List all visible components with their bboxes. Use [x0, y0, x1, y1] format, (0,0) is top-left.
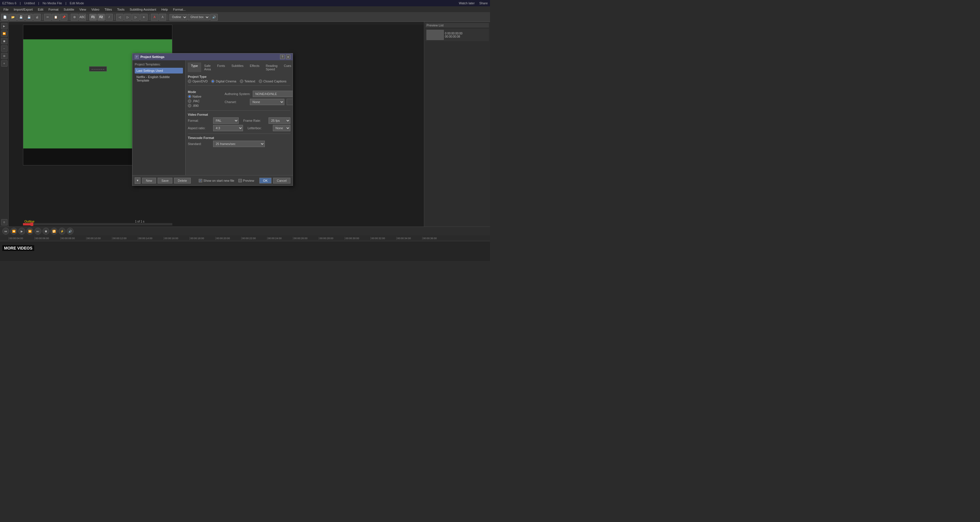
toolbar-sep2 [69, 14, 69, 20]
menu-file[interactable]: File [1, 7, 11, 12]
format-select[interactable]: PAL NTSC HD 720p HD 1080i HD 1080p [213, 117, 239, 124]
radio-890-circle [188, 104, 191, 107]
transport-vol[interactable]: 🔊 [67, 228, 73, 235]
transport-loop[interactable]: 🔁 [51, 228, 57, 235]
radio-teletext[interactable]: Teletext [240, 79, 255, 83]
menu-import-export[interactable]: Import/Export [11, 7, 35, 12]
mark-7: 00:00:18:00 [189, 237, 215, 240]
menu-format[interactable]: Format [46, 7, 61, 12]
tool-settings[interactable]: ⚙ [71, 14, 78, 21]
zoom-value: 0 [1, 219, 8, 225]
transport-prev[interactable]: ⏮ [2, 228, 9, 235]
timecode-select[interactable]: 25 frames/sec 29.97 Drop Frame 30 frames… [213, 141, 265, 147]
radio-digital-cinema[interactable]: Digital Cinema [211, 79, 236, 83]
tab-subtitles[interactable]: Subtitles [228, 63, 247, 72]
menu-tools[interactable]: Tools [115, 7, 127, 12]
menu-edit[interactable]: Edit [36, 7, 46, 12]
divider-2 [188, 110, 290, 111]
radio-closed-captions[interactable]: Closed Captions [259, 79, 286, 83]
transport-next[interactable]: ⏭ [35, 228, 41, 235]
transport-play[interactable]: ▶ [18, 228, 25, 235]
tool-italic[interactable]: I [105, 14, 113, 21]
tool-align-block[interactable]: ≡ [140, 14, 148, 21]
video-format-title: Video Format [188, 113, 290, 116]
tool-save[interactable]: 💾 [17, 14, 25, 21]
charset-select[interactable]: None Latin [250, 99, 284, 105]
progress-handle[interactable] [30, 222, 33, 226]
tab-type[interactable]: Type [188, 63, 201, 72]
menu-subtitling-assistant[interactable]: Subtitling Assistant [127, 7, 158, 12]
left-btn-4[interactable]: ↔ [1, 45, 8, 52]
dialog-close-btn[interactable]: ✕ [286, 54, 290, 59]
ghostbox-dropdown[interactable]: Ghost box [188, 14, 210, 21]
aspect-select[interactable]: 4:3 16:9 2.39:1 [213, 125, 243, 131]
menu-video[interactable]: Video [89, 7, 102, 12]
tab-effects[interactable]: Effects [247, 63, 262, 72]
share-btn[interactable]: Share [479, 2, 488, 5]
tool-spellcheck[interactable]: ABC [79, 14, 86, 21]
tool-f2[interactable]: F2 [97, 14, 105, 21]
menu-help[interactable]: Help [159, 7, 170, 12]
tool-text-bg[interactable]: A [159, 14, 166, 21]
timecode-std-label: Standard: [188, 142, 211, 146]
left-btn-5[interactable]: ⊞ [1, 53, 8, 59]
left-btn-3[interactable]: ◼ [1, 38, 8, 44]
footer-arrow[interactable]: ▼ [135, 178, 140, 184]
radio-pac[interactable]: .PAC [188, 99, 216, 103]
letterbox-select[interactable]: None 2.39:1 1.85:1 [273, 125, 290, 131]
transport-fwd[interactable]: ⏩ [26, 228, 33, 235]
cancel-btn[interactable]: Cancel [273, 178, 290, 184]
transport-stop[interactable]: ⏹ [43, 228, 49, 235]
tool-align-center[interactable]: ▷ [124, 14, 132, 21]
dialog-templates-panel: Project Templates: Last Settings Used Ne… [132, 60, 186, 175]
tab-fonts[interactable]: Fonts [214, 63, 228, 72]
new-btn[interactable]: New [142, 178, 156, 184]
tool-new[interactable]: 📄 [1, 14, 9, 21]
preview-label: Preview [243, 179, 254, 182]
tool-save-as[interactable]: 💾 [25, 14, 33, 21]
menu-format-shortcut[interactable]: Format... [170, 7, 188, 12]
ok-btn[interactable]: OK [259, 178, 271, 184]
framerate-select[interactable]: 25 fps 24 fps 29.97 fps 30 fps [269, 117, 290, 124]
template-last-settings[interactable]: Last Settings Used [135, 68, 183, 73]
tool-text-color[interactable]: A [151, 14, 158, 21]
save-btn[interactable]: Save [158, 178, 172, 184]
menu-titles[interactable]: Titles [102, 7, 114, 12]
authoring-select[interactable]: NONE/HD/NLE DVD Studio Pro Scenarist [253, 91, 293, 97]
charset-input[interactable] [286, 99, 293, 105]
show-on-start-checkbox[interactable]: ✓ Show on start new file [199, 179, 234, 182]
tab-cues[interactable]: Cues [281, 63, 293, 72]
tool-align-right[interactable]: ▷ [132, 14, 140, 21]
tool-cut[interactable]: ✂ [44, 14, 51, 21]
menu-subtitle[interactable]: Subtitle [62, 7, 77, 12]
transport-speed[interactable]: ⚡ [59, 228, 65, 235]
radio-open-dvd-circle [188, 79, 191, 83]
delete-btn[interactable]: Delete [174, 178, 191, 184]
tab-safe-area[interactable]: Safe Area [201, 63, 214, 72]
watch-later-btn[interactable]: Watch later [459, 2, 474, 5]
tool-align-left[interactable]: ◁ [116, 14, 124, 21]
aspect-label: Aspect ratio: [188, 126, 211, 130]
left-btn-1[interactable]: ▶ [1, 23, 8, 29]
tool-print[interactable]: 🖨 [33, 14, 41, 21]
tool-paste[interactable]: 📌 [60, 14, 67, 21]
template-netflix[interactable]: Netflix - English Subtitle Template [135, 74, 183, 83]
radio-native[interactable]: Native [188, 95, 216, 98]
tool-copy[interactable]: 📋 [52, 14, 59, 21]
tool-audio[interactable]: 🔊 [210, 14, 218, 21]
tool-f1[interactable]: F1 [89, 14, 97, 21]
radio-open-dvd[interactable]: Open/DVD [188, 79, 208, 83]
transport-rew[interactable]: ⏪ [10, 228, 17, 235]
dialog-help-btn[interactable]: ? [280, 54, 285, 59]
left-btn-6[interactable]: ≡ [1, 60, 8, 67]
outline-dropdown[interactable]: Outline [169, 14, 187, 21]
radio-890[interactable]: .890 [188, 104, 216, 107]
tab-reading-speed[interactable]: Reading Speed [262, 63, 281, 72]
menu-view[interactable]: View [77, 7, 89, 12]
preview-checkbox[interactable]: Preview [239, 179, 254, 182]
progress-bar[interactable] [23, 223, 172, 225]
dialog-title-bar: P Project Settings ? ✕ [132, 53, 293, 60]
format-label: Format: [188, 119, 211, 122]
tool-open[interactable]: 📂 [9, 14, 17, 21]
left-btn-2[interactable]: ⏩ [1, 30, 8, 37]
